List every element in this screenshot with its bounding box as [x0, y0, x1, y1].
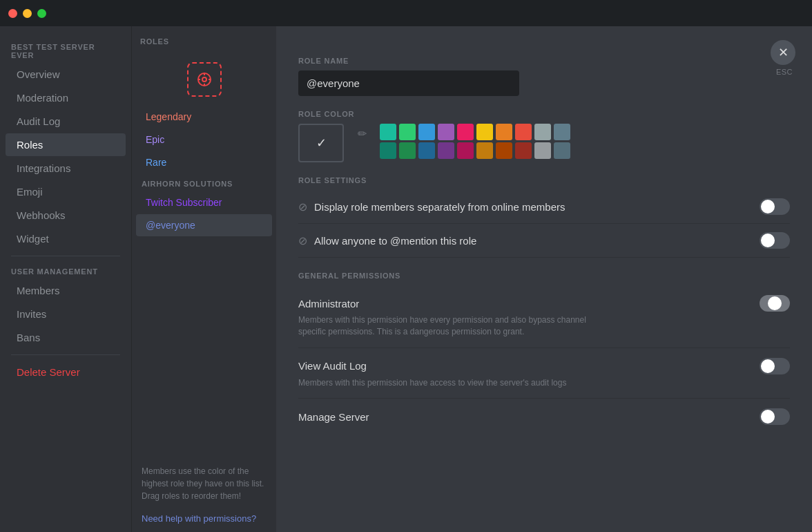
color-check-icon: ✓	[316, 135, 327, 151]
color-swatch[interactable]	[457, 124, 474, 140]
role-category-airhorn: AIRHORN SOLUTIONS	[132, 174, 276, 191]
svg-point-1	[202, 77, 206, 82]
toggle-display-separately[interactable]	[760, 198, 790, 215]
roles-panel-title: ROLES	[140, 37, 169, 46]
perm-main-administrator: Administrator	[298, 295, 790, 312]
perm-title-manage-server: Manage Server	[298, 411, 369, 423]
color-swatch[interactable]	[380, 142, 396, 159]
color-swatch[interactable]	[554, 142, 570, 159]
setting-text-mention: Allow anyone to @mention this role	[314, 234, 746, 248]
toggle-knob-audit	[761, 359, 775, 373]
sidebar-item-webhooks[interactable]: Webhooks	[6, 204, 126, 227]
roles-info: Members use the color of the highest rol…	[132, 457, 276, 511]
role-item-rare[interactable]: Rare	[136, 151, 272, 173]
sidebar-item-integrations[interactable]: Integrations	[6, 157, 126, 180]
color-swatch[interactable]	[534, 142, 551, 159]
role-item-epic[interactable]: Epic	[136, 129, 272, 151]
toggle-view-audit-log[interactable]	[760, 358, 790, 374]
toggle-administrator[interactable]	[760, 295, 790, 312]
sidebar-item-audit-log[interactable]: Audit Log	[6, 110, 126, 133]
left-sidebar: BEST TEST SERVER EVER Overview Moderatio…	[0, 26, 131, 532]
sidebar-divider	[11, 256, 120, 256]
color-swatch[interactable]	[399, 124, 416, 140]
roles-help-link[interactable]: Need help with permissions?	[132, 511, 276, 532]
perm-main-manage-server: Manage Server	[298, 408, 790, 425]
general-permissions-label: GENERAL PERMISSIONS	[298, 272, 790, 280]
color-swatch[interactable]	[534, 124, 551, 140]
close-button[interactable]: ✕	[771, 40, 795, 65]
perm-desc-administrator: Members with this permission have every …	[298, 314, 588, 338]
minimize-dot[interactable]	[23, 9, 32, 18]
color-swatch[interactable]	[380, 124, 396, 140]
setting-icon-mention: ⊘	[298, 234, 307, 247]
toggle-manage-server[interactable]	[760, 408, 790, 425]
close-icon: ✕	[778, 45, 789, 60]
sidebar-item-moderation[interactable]: Moderation	[6, 86, 126, 109]
perm-desc-audit-log: Members with this permission have access…	[298, 377, 588, 389]
role-item-everyone[interactable]: @everyone	[136, 214, 272, 236]
eyedropper-button[interactable]: ✏	[352, 124, 371, 143]
toggle-knob-manage	[761, 410, 775, 424]
sidebar-item-invites[interactable]: Invites	[6, 303, 126, 325]
sidebar-item-members[interactable]: Members	[6, 279, 126, 302]
maximize-dot[interactable]	[37, 9, 46, 18]
roles-gear-icon	[195, 70, 214, 89]
roles-icon-button[interactable]	[187, 62, 222, 97]
color-swatch[interactable]	[438, 142, 454, 159]
color-swatch[interactable]	[418, 142, 435, 159]
role-item-legendary[interactable]: Legendary	[136, 106, 272, 128]
sidebar-item-bans[interactable]: Bans	[6, 326, 126, 349]
color-swatch[interactable]	[554, 124, 570, 140]
role-color-label: ROLE COLOR	[298, 110, 790, 118]
user-management-label: USER MANAGEMENT	[0, 262, 131, 278]
perm-title-administrator: Administrator	[298, 298, 359, 310]
color-swatch[interactable]	[496, 124, 512, 140]
server-name: BEST TEST SERVER EVER	[0, 37, 131, 62]
toggle-knob-mention	[761, 234, 775, 247]
roles-icon-area	[132, 51, 276, 102]
color-picker-area: ✓ ✏	[298, 124, 790, 162]
color-swatch[interactable]	[438, 124, 454, 140]
color-swatch[interactable]	[457, 142, 474, 159]
sidebar-item-emoji[interactable]: Emoji	[6, 180, 126, 203]
color-swatch[interactable]	[399, 142, 416, 159]
perm-row-view-audit-log: View Audit Log Members with this permiss…	[298, 348, 790, 399]
close-label: ESC	[776, 68, 793, 76]
sidebar-item-delete-server[interactable]: Delete Server	[6, 361, 126, 383]
sidebar-item-widget[interactable]: Widget	[6, 227, 126, 250]
toggle-knob-display	[761, 200, 775, 213]
role-settings-label: ROLE SETTINGS	[298, 176, 790, 184]
perm-row-administrator: Administrator Members with this permissi…	[298, 285, 790, 348]
close-dot[interactable]	[8, 9, 17, 18]
sidebar-item-roles[interactable]: Roles	[6, 133, 126, 156]
perm-title-audit-log: View Audit Log	[298, 360, 367, 372]
setting-icon-display: ⊘	[298, 200, 307, 213]
role-name-input[interactable]	[298, 70, 519, 96]
toggle-knob-admin	[768, 296, 782, 310]
sidebar-item-overview[interactable]: Overview	[6, 63, 126, 86]
titlebar	[0, 0, 812, 26]
role-name-label: ROLE NAME	[298, 57, 790, 65]
sidebar-divider-2	[11, 354, 120, 355]
setting-title-display: Display role members separately from onl…	[314, 200, 746, 214]
roles-list: Legendary Epic Rare AIRHORN SOLUTIONS Tw…	[132, 102, 276, 457]
color-preview[interactable]: ✓	[298, 124, 344, 162]
role-item-twitch-subscriber[interactable]: Twitch Subscriber	[136, 191, 272, 213]
setting-info-mention: ⊘ Allow anyone to @mention this role	[298, 234, 760, 248]
app-container: BEST TEST SERVER EVER Overview Moderatio…	[0, 26, 812, 532]
color-swatch[interactable]	[515, 124, 532, 140]
setting-text-display: Display role members separately from onl…	[314, 200, 746, 214]
perm-main-audit-log: View Audit Log	[298, 358, 790, 374]
color-swatch[interactable]	[515, 142, 532, 159]
setting-row-allow-mention: ⊘ Allow anyone to @mention this role	[298, 224, 790, 258]
color-swatch[interactable]	[418, 124, 435, 140]
setting-row-display-separately: ⊘ Display role members separately from o…	[298, 190, 790, 224]
setting-info-display: ⊘ Display role members separately from o…	[298, 200, 760, 214]
toggle-allow-mention[interactable]	[760, 232, 790, 249]
color-swatch[interactable]	[496, 142, 512, 159]
roles-panel: ROLES Legendary Epic Rare AIRHORN SOLUTI…	[131, 26, 276, 532]
color-swatch[interactable]	[476, 124, 493, 140]
roles-panel-header: ROLES	[132, 26, 276, 51]
color-swatch[interactable]	[476, 142, 493, 159]
setting-title-mention: Allow anyone to @mention this role	[314, 234, 746, 248]
